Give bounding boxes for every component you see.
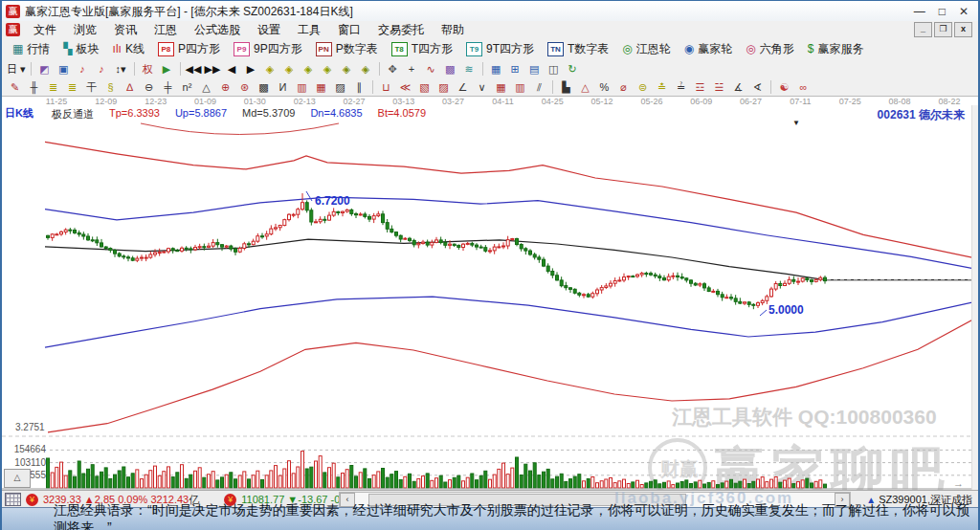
calculator-icon[interactable]: ⊞ bbox=[506, 60, 524, 77]
save-icon[interactable]: ◫ bbox=[545, 60, 563, 77]
scale-toggle-icon[interactable]: ↕▾ bbox=[112, 60, 130, 77]
menu-item-江恩[interactable]: 江恩 bbox=[145, 23, 186, 36]
ellipse-tool-icon[interactable]: ⊖ bbox=[140, 78, 158, 96]
gann-diamond-5-icon[interactable]: ◈ bbox=[338, 60, 356, 77]
bars-tool-icon[interactable]: ▙ bbox=[557, 78, 575, 96]
hatch-red2-icon[interactable]: ▨ bbox=[434, 78, 453, 96]
quote-grid-icon[interactable] bbox=[5, 493, 21, 506]
fan-lines-icon[interactable]: ≪ bbox=[396, 78, 414, 96]
menu-item-文件[interactable]: 文件 bbox=[25, 23, 65, 36]
gann-grid-gold-icon[interactable]: ≣ bbox=[44, 78, 62, 96]
star-burst-icon[interactable]: ⊛ bbox=[235, 78, 254, 96]
next-bar-icon[interactable]: ▶ bbox=[242, 60, 260, 77]
channel2-icon[interactable]: ☱ bbox=[710, 78, 728, 96]
ruler-tool-icon[interactable]: ╪ bbox=[159, 78, 177, 96]
toolbar-t-table-button[interactable]: TNT数字表 bbox=[543, 41, 613, 57]
menu-item-公式选股[interactable]: 公式选股 bbox=[186, 23, 249, 36]
toolbar-hexagon-button[interactable]: ◎六角形 bbox=[741, 41, 798, 57]
minimize-button[interactable]: — bbox=[914, 5, 925, 18]
percent-icon[interactable]: % bbox=[595, 78, 613, 96]
trend-icon[interactable]: ∡ bbox=[729, 78, 747, 96]
gann-diamond-1-icon[interactable]: ◈ bbox=[261, 60, 279, 77]
menu-item-窗口[interactable]: 窗口 bbox=[329, 23, 369, 36]
menu-item-帮助[interactable]: 帮助 bbox=[433, 23, 473, 36]
report-icon[interactable]: ▤ bbox=[525, 60, 544, 77]
mdi-restore-button[interactable]: ❐ bbox=[934, 22, 952, 37]
channel-icon[interactable]: ☲ bbox=[691, 78, 709, 96]
box-red2-icon[interactable]: ▦ bbox=[312, 78, 330, 96]
period-selector[interactable]: 日 ▾ bbox=[6, 60, 27, 77]
toolbar-winner-wheel-button[interactable]: ◉赢家轮 bbox=[679, 41, 737, 57]
slash-lines-icon[interactable]: ⫽ bbox=[530, 78, 548, 96]
chart-area[interactable]: 江恩工具软件 QQ:100800360财赢赢家聊吧3.2751154664103… bbox=[2, 105, 974, 490]
grid-dark-icon[interactable]: ▨ bbox=[331, 78, 349, 96]
mdi-minimize-button[interactable]: _ bbox=[914, 22, 932, 37]
grid-box-icon[interactable]: ▩ bbox=[255, 78, 273, 96]
toolbar-9p-square-button[interactable]: P99P四方形 bbox=[229, 41, 307, 57]
spiral-tool-icon[interactable]: § bbox=[101, 78, 120, 96]
rights-adjust-icon[interactable]: 权 bbox=[139, 60, 157, 77]
toolbar-gann-wheel-button[interactable]: ◎江恩轮 bbox=[617, 41, 675, 57]
circle-cross-icon[interactable]: ⊕ bbox=[216, 78, 234, 96]
toolbar-blocks-button[interactable]: ▚板块 bbox=[58, 41, 103, 57]
toolbar-p-table-button[interactable]: PNP数字表 bbox=[311, 41, 383, 57]
brush-icon[interactable]: ▩ bbox=[441, 60, 459, 77]
n-wave-icon[interactable]: И bbox=[274, 78, 292, 96]
hatch-red-icon[interactable]: ▧ bbox=[415, 78, 434, 96]
maximize-button[interactable]: □ bbox=[939, 5, 946, 18]
box-red-icon[interactable]: ▥ bbox=[293, 78, 311, 96]
calendar-icon[interactable]: ▦ bbox=[487, 60, 505, 77]
window-tool-icon[interactable]: ⊔ bbox=[377, 78, 395, 96]
taiji-icon[interactable]: ☯ bbox=[775, 78, 793, 96]
refresh-icon[interactable]: ↻ bbox=[564, 60, 582, 77]
toolbar-quotes-button[interactable]: ▦行情 bbox=[8, 41, 55, 57]
menu-item-交易委托[interactable]: 交易委托 bbox=[369, 23, 433, 36]
trend2-icon[interactable]: ∢ bbox=[748, 78, 767, 96]
grid3-icon[interactable]: ▥ bbox=[511, 78, 529, 96]
toolbar-kline-button[interactable]: ılıK线 bbox=[108, 41, 149, 57]
menu-item-资讯[interactable]: 资讯 bbox=[105, 23, 145, 36]
menu-item-浏览[interactable]: 浏览 bbox=[65, 23, 105, 36]
gold-circle-icon[interactable]: ⊜ bbox=[634, 78, 652, 96]
wave-tool-icon[interactable]: ∿ bbox=[422, 60, 440, 77]
angle-tool-icon[interactable]: ∠ bbox=[454, 78, 472, 96]
tick-ruler-icon[interactable]: ∥ bbox=[350, 78, 368, 96]
pct-triangle-icon[interactable]: △ bbox=[576, 78, 594, 96]
toolbar-t-square-button[interactable]: T8T四方形 bbox=[387, 41, 457, 57]
toolbar-winner-service-button[interactable]: $赢家服务 bbox=[803, 41, 869, 57]
toolbar-9t-square-button[interactable]: T99T四方形 bbox=[461, 41, 539, 57]
square-n2-icon[interactable]: n² bbox=[178, 78, 196, 96]
panel-icon[interactable]: ▣ bbox=[55, 60, 73, 77]
crosshair-icon[interactable]: + bbox=[403, 60, 421, 77]
gold-line-icon[interactable]: ≛ bbox=[653, 78, 671, 96]
measure-icon[interactable]: ≟ bbox=[672, 78, 690, 96]
expand-pane-button[interactable]: △ bbox=[4, 469, 31, 488]
gann-grid-gold2-icon[interactable]: ≣ bbox=[63, 78, 81, 96]
note-small-icon[interactable]: ♪ bbox=[74, 60, 92, 77]
gann-diamond-2-icon[interactable]: ◈ bbox=[280, 60, 299, 77]
first-bar-icon[interactable]: ◀◀ bbox=[185, 60, 203, 77]
toolbar-p-square-button[interactable]: P8P四方形 bbox=[153, 41, 225, 57]
prev-bar-icon[interactable]: ◀ bbox=[223, 60, 241, 77]
angle-marker-icon[interactable]: ∆ bbox=[121, 78, 139, 96]
note-large-icon[interactable]: ♪ bbox=[93, 60, 111, 77]
multiwindow-icon[interactable]: ◩ bbox=[35, 60, 54, 77]
pencil-tool-icon[interactable]: ✎ bbox=[6, 78, 24, 96]
check-tool-icon[interactable]: ∨ bbox=[473, 78, 491, 96]
lines-icon[interactable]: ≋ bbox=[460, 60, 479, 77]
hand-tool-icon[interactable]: ✥ bbox=[384, 60, 402, 77]
triangle-tool-icon[interactable]: △ bbox=[197, 78, 215, 96]
menu-item-设置[interactable]: 设置 bbox=[249, 23, 289, 36]
mdi-close-button[interactable]: x bbox=[954, 22, 972, 37]
grid2-icon[interactable]: ▦ bbox=[492, 78, 510, 96]
infinity-icon[interactable]: ∞ bbox=[794, 78, 813, 96]
gann-diamond-6-icon[interactable]: ◈ bbox=[357, 60, 375, 77]
gann-diamond-3-icon[interactable]: ◈ bbox=[300, 60, 318, 77]
level-tool-icon[interactable]: 干 bbox=[82, 78, 100, 96]
menu-item-工具[interactable]: 工具 bbox=[289, 23, 329, 36]
hatch-tool-icon[interactable]: ╫ bbox=[25, 78, 43, 96]
gann-diamond-4-icon[interactable]: ◈ bbox=[319, 60, 337, 77]
close-button[interactable]: ✕ bbox=[959, 5, 969, 18]
play-flag-icon[interactable]: ▶ bbox=[158, 60, 176, 77]
pct-line-icon[interactable]: ⌀ bbox=[614, 78, 633, 96]
